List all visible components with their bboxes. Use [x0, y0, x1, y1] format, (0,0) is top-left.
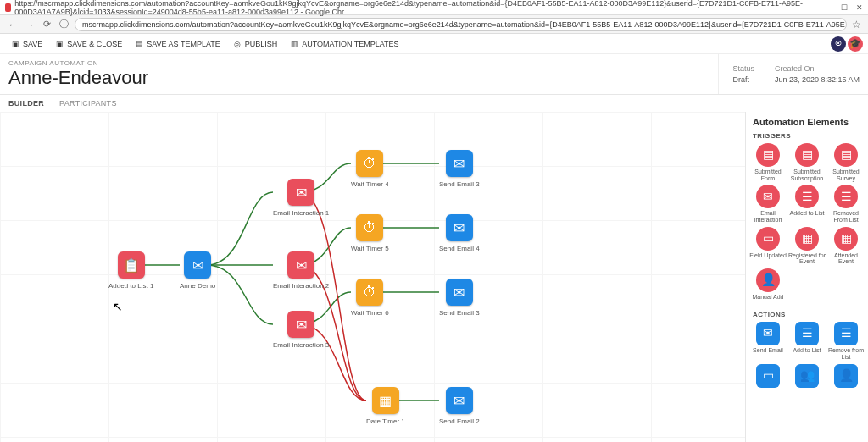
breadcrumb: CAMPAIGN AUTOMATION [8, 59, 718, 67]
envelope-icon: ✉ [287, 251, 314, 279]
trigger-manual-add[interactable]: 👤Manual Add [749, 268, 787, 306]
tab-participants[interactable]: PARTICIPANTS [59, 99, 117, 108]
url-input[interactable]: mscrmapp.clickdimensions.com/automation?… [75, 18, 847, 31]
person-add-icon: 👤 [756, 268, 780, 292]
status-block: Status Draft [732, 64, 754, 85]
trigger-attended-event[interactable]: ▦Attended Event [827, 227, 865, 265]
node-email-interaction-3[interactable]: ✉ Email Interaction 3 [273, 311, 329, 349]
added-to-list-icon: 📋 [118, 251, 145, 279]
triggers-heading: TRIGGERS [753, 132, 865, 140]
flow-canvas[interactable]: 📋 Added to List 1 ✉ Anne Demo ✉ Email In… [0, 112, 745, 442]
trigger-added-to-list[interactable]: ☰Added to List [788, 185, 826, 223]
field-icon: ▭ [756, 227, 780, 251]
trigger-email-interaction[interactable]: ✉Email Interaction [749, 185, 787, 223]
form-icon: ▤ [756, 143, 780, 167]
envelope-icon: ✉ [446, 387, 473, 414]
trigger-submitted-subscription[interactable]: ▤Submitted Subscription [788, 143, 826, 181]
favicon [5, 3, 11, 12]
stopwatch-icon: ⏱ [356, 279, 383, 306]
nav-forward-icon[interactable]: → [24, 19, 36, 30]
list-add-icon: ☰ [795, 185, 819, 208]
people-icon: 👥 [795, 364, 819, 388]
envelope-icon: ✉ [756, 322, 780, 345]
trigger-registered-for-event[interactable]: ▦Registered for Event [788, 227, 826, 265]
window-close[interactable]: ✕ [856, 3, 863, 12]
envelope-icon: ✉ [287, 179, 314, 206]
action-remove-from-list[interactable]: ☰Remove from List [827, 322, 865, 360]
publish-icon: ◎ [232, 39, 242, 49]
bookmark-star-icon[interactable]: ☆ [852, 19, 861, 30]
calendar-icon: ▦ [834, 227, 858, 251]
envelope-icon: ✉ [446, 150, 473, 177]
node-send-email-2[interactable]: ✉ Send Email 2 [439, 387, 480, 425]
action-item-6[interactable]: 👤 [827, 364, 865, 401]
save-button[interactable]: ▣ SAVE [5, 37, 47, 51]
nav-reload-icon[interactable]: ⟳ [41, 19, 53, 30]
save-icon: ▣ [10, 39, 20, 49]
envelope-icon: ✉ [446, 214, 473, 241]
action-icon: ▭ [756, 364, 780, 388]
envelope-icon: ✉ [287, 311, 314, 338]
created-on-block: Created On Jun 23, 2020 8:32:15 AM [775, 64, 860, 85]
node-email-interaction-2[interactable]: ✉ Email Interaction 2 [273, 251, 329, 290]
template-icon: ▤ [134, 39, 144, 49]
save-close-button[interactable]: ▣ SAVE & CLOSE [49, 37, 127, 51]
list-remove-icon: ☰ [834, 185, 858, 208]
mouse-cursor-icon: ↖ [113, 300, 123, 313]
window-maximize[interactable]: ☐ [841, 3, 848, 12]
form-icon: ▤ [795, 143, 819, 167]
envelope-icon: ✉ [184, 251, 211, 279]
grad-cap-icon[interactable]: 🎓 [848, 36, 863, 52]
node-anne-demo[interactable]: ✉ Anne Demo [180, 251, 215, 290]
window-minimize[interactable]: — [825, 3, 832, 12]
node-send-email-3a[interactable]: ✉ Send Email 3 [439, 150, 480, 188]
nav-back-icon[interactable]: ← [7, 19, 19, 30]
automation-templates-button[interactable]: ▥ AUTOMATION TEMPLATES [284, 37, 403, 51]
browser-address-bar: ← → ⟳ ⓘ mscrmapp.clickdimensions.com/aut… [0, 15, 868, 34]
form-icon: ▤ [834, 143, 858, 167]
node-wait-timer-4[interactable]: ⏱ Wait Timer 4 [351, 150, 389, 188]
trigger-removed-from-list[interactable]: ☰Removed From List [827, 185, 865, 223]
created-on-value: Jun 23, 2020 8:32:15 AM [775, 75, 860, 86]
envelope-icon: ✉ [756, 185, 780, 208]
save-close-icon: ▣ [54, 39, 64, 49]
node-send-email-3b[interactable]: ✉ Send Email 3 [439, 279, 480, 317]
status-value: Draft [732, 75, 754, 86]
tab-builder[interactable]: BUILDER [8, 99, 44, 108]
tab-strip: BUILDER PARTICIPANTS [0, 95, 868, 112]
stopwatch-icon: ⏱ [356, 214, 383, 241]
node-date-timer-1[interactable]: ▦ Date Timer 1 [366, 387, 405, 425]
action-add-to-list[interactable]: ☰Add to List [788, 322, 826, 360]
action-item-5[interactable]: 👥 [788, 364, 826, 401]
action-item-4[interactable]: ▭ [749, 364, 787, 401]
trigger-submitted-form[interactable]: ▤Submitted Form [749, 143, 787, 181]
node-email-interaction-1[interactable]: ✉ Email Interaction 1 [273, 179, 329, 217]
calendar-icon: ▦ [372, 387, 399, 414]
site-info-icon[interactable]: ⓘ [58, 18, 70, 30]
list-add-icon: ☰ [795, 322, 819, 345]
envelope-icon: ✉ [446, 279, 473, 306]
panel-title: Automation Elements [749, 117, 865, 127]
person-icon: 👤 [834, 364, 858, 388]
stopwatch-icon: ⏱ [356, 150, 383, 177]
page-title: Anne-Endeavour [8, 67, 718, 89]
user-avatar[interactable]: ⦿ [831, 36, 846, 52]
publish-button[interactable]: ◎ PUBLISH [227, 37, 283, 51]
node-send-email-4[interactable]: ✉ Send Email 4 [439, 214, 480, 252]
page-header: CAMPAIGN AUTOMATION Anne-Endeavour Statu… [0, 54, 868, 95]
trigger-submitted-survey[interactable]: ▤Submitted Survey [827, 143, 865, 181]
node-wait-timer-6[interactable]: ⏱ Wait Timer 6 [351, 279, 389, 317]
list-remove-icon: ☰ [834, 322, 858, 345]
node-wait-timer-5[interactable]: ⏱ Wait Timer 5 [351, 214, 389, 252]
browser-tab[interactable]: https://mscrmapp.clickdimensions.com/aut… [5, 0, 825, 16]
app-toolbar: ▣ SAVE ▣ SAVE & CLOSE ▤ SAVE AS TEMPLATE… [0, 34, 868, 54]
node-added-to-list[interactable]: 📋 Added to List 1 [108, 251, 153, 290]
calendar-icon: ▦ [795, 227, 819, 251]
automation-elements-panel: Automation Elements TRIGGERS ▤Submitted … [745, 112, 868, 442]
action-send-email[interactable]: ✉Send Email [749, 322, 787, 360]
trigger-field-updated[interactable]: ▭Field Updated [749, 227, 787, 265]
save-as-template-button[interactable]: ▤ SAVE AS TEMPLATE [129, 37, 225, 51]
templates-icon: ▥ [289, 39, 299, 49]
browser-tab-bar: https://mscrmapp.clickdimensions.com/aut… [0, 0, 868, 15]
actions-heading: ACTIONS [753, 311, 865, 318]
